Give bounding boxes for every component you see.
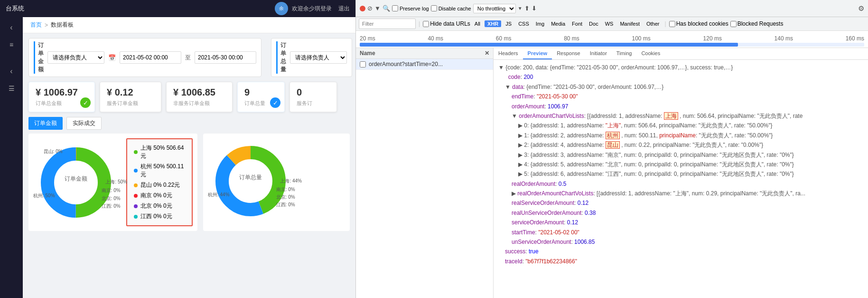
expand-orderAmountChartVoLists[interactable]: ▼	[512, 113, 517, 119]
filter-img[interactable]: Img	[533, 20, 547, 27]
has-blocked-cookies-checkbox[interactable]: Has blocked cookies	[669, 20, 728, 27]
tab-preview[interactable]: Preview	[523, 48, 552, 59]
timeline-label-60: 60 ms	[496, 35, 512, 42]
expand-4[interactable]: ▶	[518, 161, 523, 168]
legend-item-2: 昆山 0% 0.22元	[134, 181, 185, 189]
timeline-label-20: 20 ms	[360, 35, 375, 42]
metric-value-3: 9	[244, 87, 278, 98]
metric-check-3: ✓	[270, 97, 280, 108]
record-dot[interactable]	[360, 6, 365, 11]
person-select-1[interactable]: 请选择负责人	[47, 51, 104, 64]
chart-order-amount: 订单金额 昆山: 0% 杭州: 50% 南京: 0% 北京: 0% 江西: 0%…	[28, 134, 197, 231]
download-icon[interactable]: ⬇	[532, 5, 537, 12]
filter-section-2: 订单总量 请选择负责人	[271, 38, 352, 77]
network-list-header: Name ✕	[356, 48, 493, 59]
tab-response[interactable]: Response	[552, 48, 585, 59]
end-date-1[interactable]	[195, 51, 256, 64]
settings-icon[interactable]: ⚙	[858, 4, 864, 13]
metric-value-0: ¥ 1006.97	[36, 87, 88, 98]
metric-card-0: ¥ 1006.97 订单总金额 ✓	[28, 82, 95, 112]
metric-value-4: 0	[297, 87, 330, 98]
network-filter-input[interactable]	[359, 19, 416, 29]
expand-data[interactable]: ▼	[505, 84, 511, 90]
svg-text:订单金额: 订单金额	[65, 175, 87, 182]
json-root-row: ▼ {code: 200, data: {endTime: "2021-05-3…	[498, 63, 863, 72]
start-date-1[interactable]	[120, 51, 181, 64]
legend-item-1: 杭州 50% 500.11元	[134, 163, 185, 179]
expand-3[interactable]: ▶	[518, 152, 523, 158]
timeline-label-160: 160 ms	[846, 35, 864, 42]
chart-order-count: 订单总量 杭州: 44% 南京: 0% 北京: 0% 江西: 0% 上海: 44…	[203, 134, 350, 231]
network-item-name-0: orderAmount?startTime=20...	[369, 61, 489, 67]
tab-headers[interactable]: Headers	[494, 48, 523, 59]
filter-rows: 订单金额 请选择负责人 📅 至 订单总量 请选择负责人	[28, 38, 350, 77]
stop-icon[interactable]: ⊘	[367, 5, 373, 12]
sidebar-toggle-top[interactable]: ‹	[3, 20, 20, 35]
devtools-filter-bar: | Hide data URLs All XHR JS CSS Img Medi…	[356, 17, 868, 31]
legend-item-4: 北京 0% 0元	[134, 202, 185, 210]
hide-data-urls-checkbox[interactable]: Hide data URLs	[423, 20, 470, 27]
filter-all[interactable]: All	[472, 20, 483, 27]
expand-2[interactable]: ▶	[518, 142, 523, 148]
expand-5[interactable]: ▶	[518, 171, 523, 177]
filter-doc[interactable]: Doc	[587, 20, 601, 27]
breadcrumb-home[interactable]: 首页	[30, 21, 42, 29]
svg-point-8	[230, 160, 271, 202]
svg-point-3	[55, 162, 97, 203]
network-list: Name ✕ orderAmount?startTime=20...	[356, 48, 494, 298]
tab-actual-deal[interactable]: 实际成交	[66, 117, 102, 130]
metric-card-1: ¥ 0.12 服务订单金额	[100, 82, 161, 112]
sidebar-item-2[interactable]: ☰	[3, 80, 20, 97]
upload-icon[interactable]: ⬆	[524, 5, 530, 12]
blocked-requests-checkbox[interactable]: Blocked Requests	[730, 20, 784, 27]
expand-realOrderAmountChartVoLists[interactable]: ▶	[512, 190, 516, 197]
devtools-timeline: 20 ms 40 ms 60 ms 80 ms 100 ms 120 ms 14…	[356, 31, 868, 48]
metric-value-1: ¥ 0.12	[107, 87, 154, 98]
header-close-icon[interactable]: ✕	[485, 50, 489, 57]
person-select-2[interactable]: 请选择负责人	[290, 51, 347, 64]
timeline-label-40: 40 ms	[428, 35, 443, 42]
filter-manifest[interactable]: Manifest	[617, 20, 642, 27]
filter-other[interactable]: Other	[644, 20, 662, 27]
tab-cookies[interactable]: Cookies	[636, 48, 665, 59]
tab-timing[interactable]: Timing	[612, 48, 637, 59]
sidebar-item-1[interactable]: ≡	[3, 36, 20, 53]
metric-check-0: ✓	[80, 97, 91, 108]
expand-0[interactable]: ▶	[518, 122, 523, 129]
legend-item-5: 江西 0% 0元	[134, 212, 185, 221]
json-expand-root[interactable]: ▼	[498, 64, 504, 71]
logout-button[interactable]: 退出	[338, 5, 350, 13]
detail-panel: Headers Preview Response Initiator Timin…	[494, 48, 868, 298]
filter-divider2: |	[665, 20, 666, 27]
metric-label-2: 非服务订单金额	[173, 100, 225, 107]
preserve-log-checkbox[interactable]: Preserve log	[392, 5, 429, 11]
chart-tabs-row: 订单金额 实际成交	[28, 117, 350, 130]
tab-initiator[interactable]: Initiator	[585, 48, 612, 59]
timeline-label-140: 140 ms	[775, 35, 793, 42]
metric-label-1: 服务订单金额	[107, 100, 154, 107]
filter-js[interactable]: JS	[503, 20, 514, 27]
sidebar-toggle-mid[interactable]: ‹	[3, 64, 20, 79]
expand-1[interactable]: ▶	[518, 132, 523, 139]
user-greeting: 欢迎余少琪登录	[292, 5, 332, 13]
filter-ws[interactable]: WS	[603, 20, 616, 27]
throttle-select[interactable]: No throttling Fast 3G Slow 3G Offline	[473, 4, 516, 13]
charts-row: 订单金额 昆山: 0% 杭州: 50% 南京: 0% 北京: 0% 江西: 0%…	[28, 134, 350, 231]
filter-css[interactable]: CSS	[516, 20, 532, 27]
search-icon[interactable]: 🔍	[383, 5, 390, 12]
metric-card-2: ¥ 1006.85 非服务订单金额	[166, 82, 233, 112]
filter-font[interactable]: Font	[569, 20, 585, 27]
metric-card-4: 0 服务订	[289, 82, 337, 112]
breadcrumb-separator: >	[45, 22, 48, 29]
filter-xhr[interactable]: XHR	[485, 20, 501, 27]
timeline-label-80: 80 ms	[564, 35, 579, 42]
filter-icon[interactable]: ▼	[374, 5, 381, 12]
svg-text:订单总量: 订单总量	[239, 174, 262, 181]
filter-media[interactable]: Media	[549, 20, 568, 27]
disable-cache-checkbox[interactable]: Disable cache	[431, 5, 471, 11]
json-preview: ▼ {code: 200, data: {endTime: "2021-05-3…	[494, 60, 868, 298]
tab-order-amount[interactable]: 订单金额	[28, 117, 63, 130]
network-item-0[interactable]: orderAmount?startTime=20...	[356, 59, 493, 70]
user-avatar: 余	[275, 2, 288, 15]
devtools-panel: | Hide data URLs All XHR JS CSS Img Medi…	[355, 17, 868, 298]
